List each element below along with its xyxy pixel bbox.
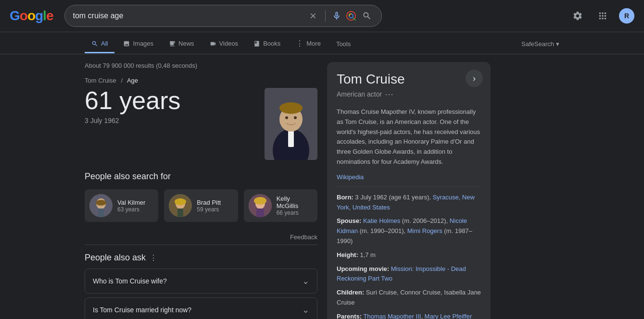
tab-videos[interactable]: Videos xyxy=(203,35,245,53)
age-number: 61 years xyxy=(85,88,255,113)
val-kilmer-portrait xyxy=(89,194,113,217)
paa-menu-icon[interactable]: ⋮ xyxy=(150,253,157,262)
breadcrumb: Tom Cruise / Age xyxy=(85,77,317,84)
portrait-svg xyxy=(265,88,317,160)
val-kilmer-name: Val Kilmer xyxy=(117,199,145,206)
kp-parents: Parents: Thomas Mapother III, Mary Lee P… xyxy=(337,312,481,319)
paa-header: People also ask ⋮ xyxy=(85,253,317,263)
kp-spouse-label: Spouse: xyxy=(337,217,361,224)
kp-more-icon[interactable]: ⋯ xyxy=(385,89,393,99)
avatar[interactable]: R xyxy=(619,8,634,24)
photo-placeholder xyxy=(265,88,317,160)
tab-books[interactable]: Books xyxy=(247,35,287,53)
age-section: 61 years 3 July 1962 xyxy=(85,88,317,160)
breadcrumb-current: Age xyxy=(127,77,138,84)
kp-height-number: 1,7 m xyxy=(360,251,376,258)
svg-rect-14 xyxy=(98,209,104,217)
svg-point-9 xyxy=(285,116,288,119)
svg-rect-18 xyxy=(177,209,183,217)
safe-search[interactable]: SafeSearch ▾ xyxy=(521,36,559,52)
results-count: About 79 900 000 results (0,48 seconds) xyxy=(85,62,317,69)
settings-icon[interactable] xyxy=(569,7,586,25)
nav-tabs: All Images News Videos Books ⋮ More Tool… xyxy=(0,32,644,54)
tab-videos-label: Videos xyxy=(219,40,239,47)
kp-parent2-link[interactable]: Mary Lee Pfeiffer xyxy=(425,313,472,319)
kelly-mcgillis-photo xyxy=(249,194,272,217)
birthdate: 3 July 1962 xyxy=(85,117,255,124)
search-tab-icon xyxy=(91,40,98,47)
brad-pitt-photo-inner xyxy=(169,194,192,217)
search-submit-icon xyxy=(362,11,372,21)
people-grid: Val Kilmer 63 years xyxy=(85,189,317,222)
kp-height: Height: 1,7 m xyxy=(337,250,481,260)
paa-title: People also ask xyxy=(85,253,146,263)
news-tab-icon xyxy=(169,40,176,47)
clear-button[interactable] xyxy=(307,10,319,22)
tools-button[interactable]: Tools xyxy=(329,36,357,52)
paa-question-1: Is Tom Cruise married right now? xyxy=(93,306,191,314)
kp-subtitle-text: American actor xyxy=(337,90,382,98)
left-column: About 79 900 000 results (0,48 seconds) … xyxy=(0,54,317,319)
people-also-search-title: People also search for xyxy=(85,172,317,182)
person-card-kelly-mcgillis[interactable]: Kelly McGillis 66 years xyxy=(244,189,317,222)
feedback-button[interactable]: Feedback xyxy=(290,233,317,241)
google-apps-icon[interactable] xyxy=(594,7,611,25)
brad-pitt-photo xyxy=(169,194,192,217)
age-info: 61 years 3 July 1962 xyxy=(85,88,255,124)
kp-spouse1-link[interactable]: Katie Holmes xyxy=(363,217,400,224)
tab-books-label: Books xyxy=(263,40,280,47)
tab-images-label: Images xyxy=(133,40,153,47)
images-tab-icon xyxy=(123,40,130,47)
safe-search-label: SafeSearch xyxy=(521,40,554,48)
tab-more[interactable]: ⋮ More xyxy=(289,34,328,54)
kp-parent1-link[interactable]: Thomas Mapother III xyxy=(363,313,421,319)
tab-all[interactable]: All xyxy=(85,35,114,53)
kp-born: Born: 3 July 1962 (age 61 years), Syracu… xyxy=(337,193,481,213)
books-tab-icon xyxy=(253,40,260,47)
header: Google tom cruise age xyxy=(0,0,644,32)
tab-images[interactable]: Images xyxy=(116,35,160,53)
tab-news[interactable]: News xyxy=(162,35,201,53)
kp-spouse-value1: (m. 2006–2012), xyxy=(400,217,450,224)
person-card-val-kilmer[interactable]: Val Kilmer 63 years xyxy=(85,189,158,222)
search-submit-button[interactable] xyxy=(360,9,374,23)
feedback-row: Feedback xyxy=(85,230,317,245)
safe-search-chevron-icon: ▾ xyxy=(556,40,559,48)
content-area: About 79 900 000 results (0,48 seconds) … xyxy=(0,54,644,319)
kp-description: Thomas Cruise Mapother IV, known profess… xyxy=(337,107,481,167)
person-card-brad-pitt[interactable]: Brad Pitt 59 years xyxy=(164,189,238,222)
breadcrumb-base-link[interactable]: Tom Cruise xyxy=(85,77,116,84)
kp-wikipedia-link[interactable]: Wikipedia xyxy=(337,173,364,181)
knowledge-panel: Tom Cruise American actor ⋯ › Thomas Cru… xyxy=(327,62,491,319)
kp-title: Tom Cruise xyxy=(337,72,481,87)
kp-born-label: Born: xyxy=(337,194,354,201)
kelly-mcgillis-age: 66 years xyxy=(277,209,313,216)
kp-spouse3-link[interactable]: Mimi Rogers xyxy=(407,227,442,234)
tab-all-label: All xyxy=(101,40,108,47)
clear-icon xyxy=(309,12,317,20)
svg-point-17 xyxy=(175,198,186,205)
val-kilmer-info: Val Kilmer 63 years xyxy=(117,199,145,213)
search-input[interactable]: tom cruise age xyxy=(73,12,303,20)
kelly-mcgillis-info: Kelly McGillis 66 years xyxy=(277,195,313,216)
people-also-ask: People also ask ⋮ Who is Tom Cruise wife… xyxy=(85,253,317,319)
kp-parents-label: Parents: xyxy=(337,313,362,319)
right-column: Tom Cruise American actor ⋯ › Thomas Cru… xyxy=(317,54,500,319)
google-logo[interactable]: Google xyxy=(10,8,53,24)
more-dots-icon: ⋮ xyxy=(296,39,303,48)
paa-item-1[interactable]: Is Tom Cruise married right now? ⌄ xyxy=(85,297,317,319)
paa-item-0[interactable]: Who is Tom Cruise wife? ⌄ xyxy=(85,269,317,294)
val-kilmer-photo-inner xyxy=(89,194,113,217)
tom-cruise-photo[interactable] xyxy=(265,88,317,160)
microphone-icon[interactable] xyxy=(331,11,342,21)
videos-tab-icon xyxy=(210,40,216,47)
google-lens-icon[interactable] xyxy=(346,11,356,21)
people-also-search: People also search for xyxy=(85,172,317,245)
search-divider xyxy=(325,10,326,22)
kp-height-label: Height: xyxy=(337,251,358,258)
brad-pitt-info: Brad Pitt 59 years xyxy=(197,199,221,213)
val-kilmer-age: 63 years xyxy=(117,206,145,213)
header-right: R xyxy=(569,7,634,25)
kp-next-button[interactable]: › xyxy=(466,70,483,87)
kp-born-value: 3 July 1962 (age 61 years), xyxy=(355,194,432,201)
